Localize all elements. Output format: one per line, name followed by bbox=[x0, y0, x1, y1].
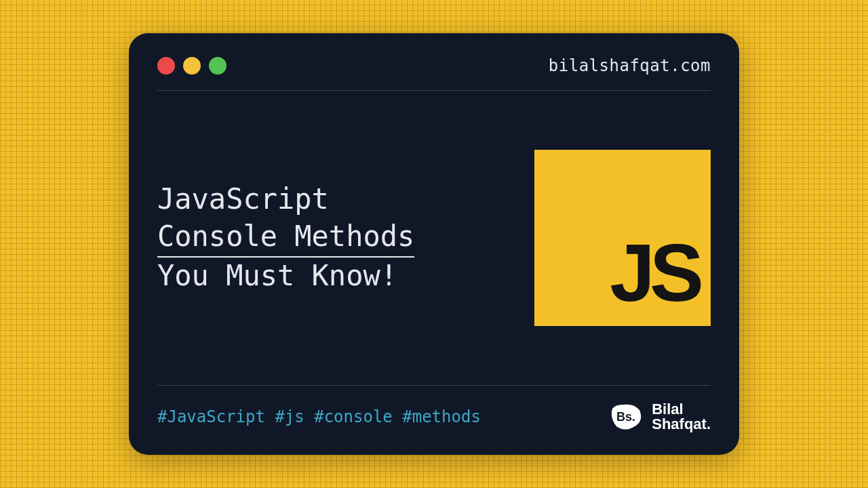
minimize-icon bbox=[183, 57, 201, 75]
title-line-2: Console Methods bbox=[157, 218, 414, 258]
brand-line-2: Shafqat. bbox=[652, 417, 711, 432]
close-icon bbox=[157, 57, 175, 75]
window-controls bbox=[157, 57, 226, 75]
card-header: bilalshafqat.com bbox=[157, 56, 711, 91]
hashtags: #JavaScript #js #console #methods bbox=[157, 407, 481, 426]
card-main: JavaScript Console Methods You Must Know… bbox=[157, 91, 711, 385]
brand-text: Bilal Shafqat. bbox=[652, 402, 711, 432]
title-line-1: JavaScript bbox=[157, 181, 500, 218]
title-block: JavaScript Console Methods You Must Know… bbox=[157, 181, 500, 295]
card-footer: #JavaScript #js #console #methods Bs. Bi… bbox=[157, 385, 711, 432]
brand-blob-icon: Bs. bbox=[607, 402, 645, 432]
js-logo-text: JS bbox=[610, 226, 698, 319]
maximize-icon bbox=[209, 57, 226, 75]
javascript-logo-icon: JS bbox=[534, 150, 711, 326]
title-line-3: You Must Know! bbox=[157, 258, 500, 295]
promo-card: bilalshafqat.com JavaScript Console Meth… bbox=[129, 33, 739, 455]
svg-text:Bs.: Bs. bbox=[616, 410, 635, 424]
brand-logo: Bs. Bilal Shafqat. bbox=[607, 402, 711, 432]
site-url: bilalshafqat.com bbox=[549, 56, 711, 75]
brand-line-1: Bilal bbox=[652, 402, 711, 417]
